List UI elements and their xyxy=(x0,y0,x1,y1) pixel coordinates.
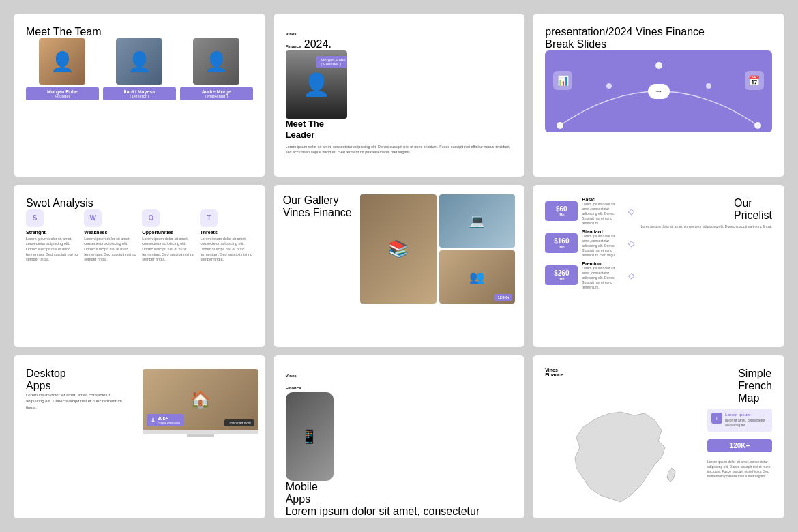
swot-item-s: S Strenght Lorem ipsum dolor sit amet, c… xyxy=(26,209,78,263)
mobile-info: MobileApps Lorem ipsum dolor sit amet, c… xyxy=(286,481,513,518)
member-label-1: Morgan Rohe ( Founder ) xyxy=(26,87,99,100)
swot-icon-s: S xyxy=(26,209,44,227)
gallery-image-office: 💻 xyxy=(439,194,516,248)
swot-item-t: T Threats Lorem ipsum dolor sit amet, co… xyxy=(200,209,252,263)
price-right: OurPricelist Lorem ipsum dolor sit amet,… xyxy=(641,197,772,336)
diamond-standard: ◇ xyxy=(628,239,634,248)
desktop-description: Lorem ipsum dolor sit amet, amet, consec… xyxy=(26,392,128,411)
slide9-content: i Lorem ipsum dolor sit amet, consectetu… xyxy=(545,409,772,506)
member-label-2: Itauki Mayesa ( Director ) xyxy=(103,87,176,100)
avatar-2: 👤 xyxy=(116,38,162,85)
meet-team-title: Meet The Team xyxy=(26,26,253,38)
laptop-container: 🏠 ⬇ 30k+ People Download Download Now xyxy=(143,369,258,437)
gallery-images-area: 📚 💻 👥 120K+ xyxy=(360,194,516,338)
price-items: $60 /Mo Basic Lorem ipsum dolor sit amet… xyxy=(545,197,634,290)
svg-point-0 xyxy=(557,122,563,129)
phone-mock: 📱 xyxy=(286,392,334,481)
slide8-content: 📱 MobileApps Lorem ipsum dolor sit amet,… xyxy=(286,392,513,518)
break-title: Break Slides xyxy=(545,38,772,50)
diamond-basic: ◇ xyxy=(628,207,634,216)
svg-point-1 xyxy=(754,122,761,129)
diamond-premium: ◇ xyxy=(628,271,634,280)
swot-label-w: Weakness xyxy=(84,230,136,235)
price-row-premium: $260 /Mo Premium Lorem ipsum dolor sit a… xyxy=(545,261,634,290)
map-stat: 120K+ xyxy=(707,439,772,452)
france-map-area xyxy=(545,409,703,506)
leader-tag: Morgan Rohe ( Founder ) xyxy=(316,56,346,68)
swot-text-s: Lorem ipsum dolor sit amet, consectetur … xyxy=(26,237,78,263)
price-tag-standard: $160 /Mo xyxy=(545,233,578,253)
desktop-title: DesktopApps xyxy=(26,368,128,392)
leader-description: Lorem ipsum dolor sit amet, consectetur … xyxy=(286,144,513,156)
gallery-content: Our GalleryVines Finance 📚 💻 👥 120K+ xyxy=(283,194,516,338)
swot-text-w: Lorem ipsum dolor sit amet, consectetur … xyxy=(84,237,136,263)
laptop-screen: 🏠 ⬇ 30k+ People Download Download Now xyxy=(143,369,258,430)
mobile-description: Lorem ipsum dolor sit amet, consectetur … xyxy=(286,505,513,518)
gallery-title: Our GalleryVines Finance xyxy=(283,194,352,219)
gallery-text-area: Our GalleryVines Finance xyxy=(283,194,352,338)
laptop-stat-badge: ⬇ 30k+ People Download xyxy=(147,414,184,426)
phone-screen: 📱 xyxy=(286,392,334,481)
slide-swot: Swot Analysis S Strenght Lorem ipsum dol… xyxy=(14,185,265,348)
swot-item-o: O Opportunities Lorem ipsum dolor sit am… xyxy=(142,209,194,263)
swot-item-w: W Weakness Lorem ipsum dolor sit amet, c… xyxy=(84,209,136,263)
swot-icon-t: T xyxy=(200,209,218,227)
slide-pricelist: $60 /Mo Basic Lorem ipsum dolor sit amet… xyxy=(533,185,784,348)
france-map-svg xyxy=(570,410,679,505)
arch-arrow[interactable]: → xyxy=(648,84,670,99)
map-badge: i Lorem ipsum dolor sit amet, consectetu… xyxy=(707,409,772,432)
slide-meet-leader: Vines Finance 2024. Morgan Rohe ( Founde… xyxy=(274,14,525,177)
gallery-stat: 120K+ xyxy=(494,294,512,301)
gallery-image-books: 📚 xyxy=(360,194,437,304)
gallery-image-people: 👥 120K+ xyxy=(439,250,516,304)
price-details-premium: Premium Lorem ipsum dolor sit amet, cons… xyxy=(582,261,623,290)
team-member-2: 👤 Itauki Mayesa ( Director ) xyxy=(103,38,176,100)
slide2-content: Morgan Rohe ( Founder ) 👤 Meet TheLeader… xyxy=(286,50,513,156)
avatar-face-3: 👤 xyxy=(193,38,239,85)
svg-point-4 xyxy=(706,83,711,89)
mobile-title: MobileApps xyxy=(286,481,513,505)
swot-grid: S Strenght Lorem ipsum dolor sit amet, c… xyxy=(26,209,253,263)
swot-text-t: Lorem ipsum dolor sit amet, consectetur … xyxy=(200,237,252,263)
laptop-icon: ⬇ xyxy=(151,417,156,424)
swot-text-o: Lorem ipsum dolor sit amet, consectetur … xyxy=(142,237,194,263)
slide2-header: Vines Finance 2024. xyxy=(286,26,513,50)
price-tag-premium: $260 /Mo xyxy=(545,265,578,285)
swot-icon-o: O xyxy=(142,209,160,227)
leader-photo: Morgan Rohe ( Founder ) 👤 xyxy=(286,50,347,119)
swot-label-s: Strenght xyxy=(26,230,78,235)
laptop-download-btn[interactable]: Download Now xyxy=(224,419,254,426)
arch-box: 📊 📅 → xyxy=(545,50,772,132)
avatar-face-1: 👤 xyxy=(39,38,85,85)
price-row-basic: $60 /Mo Basic Lorem ipsum dolor sit amet… xyxy=(545,197,634,226)
price-tag-basic: $60 /Mo xyxy=(545,201,578,221)
svg-point-3 xyxy=(606,83,612,89)
swot-label-o: Opportunities xyxy=(142,230,194,235)
slide8-brand: Vines Finance xyxy=(286,374,301,390)
slide-meet-team: Meet The Team 👤 Morgan Rohe ( Founder ) … xyxy=(14,14,265,177)
slide-desktop: DesktopApps Lorem ipsum dolor sit amet, … xyxy=(14,355,265,518)
slide9-info-panel: i Lorem ipsum dolor sit amet, consectetu… xyxy=(707,409,772,506)
team-member-3: 👤 Andre Morge ( Marketing ) xyxy=(180,38,253,100)
member-label-3: Andre Morge ( Marketing ) xyxy=(180,87,253,100)
slide-map: Vines Finance Simple French Map i Lorem xyxy=(533,355,784,518)
slide2-brand: Vines Finance xyxy=(286,32,301,48)
avatar-face-2: 👤 xyxy=(116,38,162,85)
laptop-stand xyxy=(187,434,214,437)
price-title: OurPricelist xyxy=(734,197,772,222)
price-details-basic: Basic Lorem ipsum dolor sit amet, consec… xyxy=(582,197,623,226)
swot-label-t: Threats xyxy=(200,230,252,235)
slide2-year: 2024. xyxy=(304,38,331,50)
slide-break: presentation/2024 Vines Finance Break Sl… xyxy=(533,14,784,177)
arch-left-icon: 📊 xyxy=(553,71,572,90)
svg-point-2 xyxy=(655,62,662,69)
slide8-header: Vines Finance xyxy=(286,368,513,392)
badge-text: Lorem ipsum dolor sit amet, consectetur … xyxy=(725,413,768,428)
slide9-header: Vines Finance Simple French Map xyxy=(545,368,772,404)
avatar-3: 👤 xyxy=(193,38,239,85)
price-note: Lorem ipsum dolor sit amet, consectetur … xyxy=(641,224,772,228)
price-left: $60 /Mo Basic Lorem ipsum dolor sit amet… xyxy=(545,197,634,336)
map-title: Simple French Map xyxy=(738,368,772,404)
slide-grid: Meet The Team 👤 Morgan Rohe ( Founder ) … xyxy=(0,0,798,532)
swot-banner: Swot Analysis xyxy=(26,197,253,209)
